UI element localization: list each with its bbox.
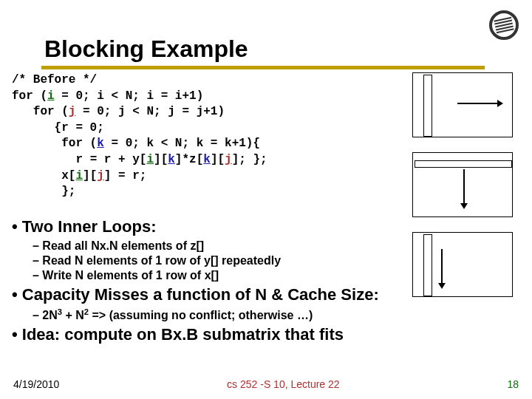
- code-line: /* Before */: [12, 72, 267, 89]
- sub-bullet: Write N elements of 1 row of x[]: [33, 269, 485, 282]
- bullet-capacity-misses: • Capacity Misses a function of N & Cach…: [12, 285, 485, 304]
- footer-course: cs 252 -S 10, Lecture 22: [227, 378, 340, 390]
- arrow-right-icon: [457, 103, 502, 104]
- code-line: {r = 0;: [12, 120, 267, 137]
- code-var: i: [47, 89, 55, 103]
- row-highlight: [415, 160, 512, 168]
- title-block: Blocking Example: [41, 35, 485, 69]
- code-var: i: [146, 153, 154, 166]
- matrix-fig-2: [412, 152, 513, 217]
- slide-title: Blocking Example: [41, 35, 485, 66]
- code-line: r = r + y[i][k]*z[k][j]; };: [12, 152, 267, 168]
- bullet-idea: • Idea: compute on Bx.B submatrix that f…: [12, 325, 485, 344]
- sub-bullet: Read N elements of 1 row of y[] repeated…: [33, 254, 485, 267]
- code-line: for (i = 0; i < N; i = i+1): [12, 89, 267, 105]
- footer: 4/19/2010 cs 252 -S 10, Lecture 22 18: [0, 378, 532, 390]
- formula-part: => (assuming no conflict; otherwise …): [89, 309, 313, 321]
- code-var: k: [168, 153, 175, 166]
- sub-bullet-formula: 2N3 + N2 => (assuming no conflict; other…: [33, 307, 485, 322]
- bullet-two-inner-loops: • Two Inner Loops:: [12, 217, 485, 236]
- slide: Blocking Example /* Before */for (i = 0;…: [0, 0, 532, 399]
- code-var: i: [75, 169, 83, 183]
- formula-part: 2N: [42, 309, 57, 321]
- code-var: k: [97, 137, 104, 150]
- arrow-down-icon: [463, 169, 465, 208]
- footer-page-number: 18: [507, 378, 519, 390]
- sub-bullet: Read all Nx.N elements of z[]: [33, 239, 485, 253]
- matrix-fig-1: [412, 72, 513, 137]
- code-line: for (j = 0; j < N; j = j+1): [12, 104, 267, 120]
- bullet-list: • Two Inner Loops: Read all Nx.N element…: [12, 214, 485, 347]
- code-line: };: [12, 184, 267, 200]
- title-underline: [41, 66, 485, 69]
- code-line: for (k = 0; k < N; k = k+1){: [12, 136, 267, 152]
- seal-logo: [489, 10, 519, 40]
- code-block: /* Before */for (i = 0; i < N; i = i+1) …: [12, 72, 267, 200]
- code-var: k: [203, 153, 211, 166]
- code-var: j: [225, 153, 232, 166]
- column-highlight: [423, 75, 432, 137]
- code-var: j: [69, 105, 76, 118]
- code-line: x[i][j] = r;: [12, 168, 267, 185]
- code-var: j: [97, 169, 104, 183]
- formula-part: + N: [62, 309, 84, 321]
- footer-date: 4/19/2010: [13, 378, 59, 390]
